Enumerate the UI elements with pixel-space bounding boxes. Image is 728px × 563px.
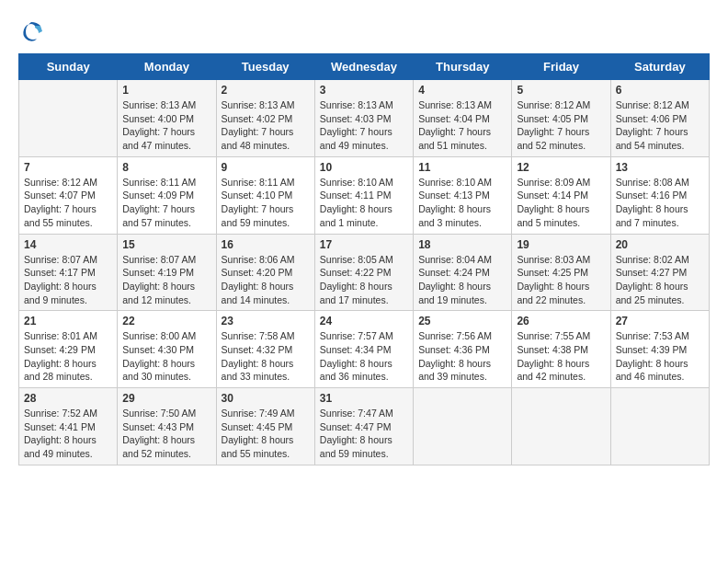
cell-line: and 25 minutes.: [616, 293, 704, 307]
cell-line: and 7 minutes.: [616, 216, 704, 230]
cell-content: Sunrise: 8:12 AMSunset: 4:06 PMDaylight:…: [616, 98, 704, 153]
cell-content: Sunrise: 7:50 AMSunset: 4:43 PMDaylight:…: [122, 407, 210, 461]
cell-line: Sunrise: 7:57 AM: [320, 329, 408, 343]
calendar-week-row: 1Sunrise: 8:13 AMSunset: 4:00 PMDaylight…: [19, 80, 710, 157]
cell-line: Sunrise: 8:13 AM: [418, 98, 506, 112]
calendar-cell: 23Sunrise: 7:58 AMSunset: 4:32 PMDayligh…: [216, 311, 314, 388]
cell-line: and 55 minutes.: [24, 216, 112, 230]
cell-line: and 28 minutes.: [24, 370, 112, 384]
cell-line: and 59 minutes.: [320, 447, 408, 461]
day-number: 8: [122, 161, 210, 174]
cell-content: Sunrise: 7:47 AMSunset: 4:47 PMDaylight:…: [320, 407, 408, 461]
calendar-header: SundayMondayTuesdayWednesdayThursdayFrid…: [19, 54, 710, 80]
day-number: 27: [616, 315, 704, 327]
cell-line: Sunrise: 8:12 AM: [616, 98, 704, 112]
cell-content: Sunrise: 8:11 AMSunset: 4:10 PMDaylight:…: [222, 176, 310, 230]
cell-content: Sunrise: 8:04 AMSunset: 4:24 PMDaylight:…: [418, 253, 506, 307]
cell-line: Sunrise: 8:07 AM: [24, 253, 112, 267]
weekday-header: Friday: [512, 54, 610, 80]
calendar-cell: 26Sunrise: 7:55 AMSunset: 4:38 PMDayligh…: [512, 311, 610, 388]
calendar-table: SundayMondayTuesdayWednesdayThursdayFrid…: [18, 53, 710, 465]
cell-line: Daylight: 8 hours: [320, 202, 408, 216]
cell-line: Sunrise: 8:10 AM: [320, 176, 408, 190]
day-number: 2: [222, 84, 310, 97]
cell-line: Sunset: 4:45 PM: [222, 420, 310, 434]
cell-line: and 12 minutes.: [122, 293, 210, 307]
calendar-cell: 3Sunrise: 8:13 AMSunset: 4:03 PMDaylight…: [314, 80, 413, 157]
cell-content: Sunrise: 7:58 AMSunset: 4:32 PMDaylight:…: [222, 329, 310, 384]
cell-line: and 1 minute.: [320, 216, 408, 230]
cell-content: Sunrise: 7:52 AMSunset: 4:41 PMDaylight:…: [24, 407, 112, 461]
cell-line: Sunrise: 7:53 AM: [616, 329, 704, 343]
cell-line: and 46 minutes.: [616, 370, 704, 384]
calendar-cell: 20Sunrise: 8:02 AMSunset: 4:27 PMDayligh…: [610, 234, 709, 311]
calendar-cell: 16Sunrise: 8:06 AMSunset: 4:20 PMDayligh…: [216, 234, 314, 311]
calendar-cell: [19, 80, 118, 157]
calendar-cell: 14Sunrise: 8:07 AMSunset: 4:17 PMDayligh…: [19, 234, 118, 311]
cell-line: and 47 minutes.: [122, 139, 210, 153]
day-number: 29: [122, 392, 210, 405]
cell-line: Sunset: 4:22 PM: [320, 266, 408, 280]
cell-line: Sunrise: 7:58 AM: [222, 329, 310, 343]
cell-line: Sunrise: 8:09 AM: [517, 176, 605, 190]
cell-line: Daylight: 7 hours: [222, 202, 310, 216]
cell-line: and 14 minutes.: [222, 293, 310, 307]
cell-content: Sunrise: 8:06 AMSunset: 4:20 PMDaylight:…: [222, 253, 310, 307]
cell-content: Sunrise: 8:07 AMSunset: 4:19 PMDaylight:…: [122, 253, 210, 307]
cell-line: Sunset: 4:32 PM: [222, 343, 310, 357]
cell-line: Sunrise: 8:05 AM: [320, 253, 408, 267]
day-number: 22: [122, 315, 210, 327]
day-number: 11: [418, 161, 506, 174]
cell-content: Sunrise: 8:01 AMSunset: 4:29 PMDaylight:…: [24, 329, 112, 384]
calendar-cell: 8Sunrise: 8:11 AMSunset: 4:09 PMDaylight…: [118, 156, 216, 234]
day-number: 31: [320, 392, 408, 405]
cell-line: Daylight: 8 hours: [616, 357, 704, 371]
calendar-week-row: 28Sunrise: 7:52 AMSunset: 4:41 PMDayligh…: [19, 388, 710, 465]
day-number: 24: [320, 315, 408, 327]
calendar-cell: 19Sunrise: 8:03 AMSunset: 4:25 PMDayligh…: [512, 234, 610, 311]
cell-line: Sunset: 4:43 PM: [122, 420, 210, 434]
cell-line: Sunrise: 7:50 AM: [122, 407, 210, 420]
calendar-cell: 7Sunrise: 8:12 AMSunset: 4:07 PMDaylight…: [19, 156, 118, 234]
cell-content: Sunrise: 8:10 AMSunset: 4:11 PMDaylight:…: [320, 176, 408, 230]
calendar-cell: 13Sunrise: 8:08 AMSunset: 4:16 PMDayligh…: [610, 156, 709, 234]
cell-line: and 19 minutes.: [418, 293, 506, 307]
cell-line: Sunset: 4:11 PM: [320, 189, 408, 202]
cell-line: Daylight: 8 hours: [517, 280, 605, 293]
cell-line: Sunrise: 8:11 AM: [122, 176, 210, 190]
day-number: 6: [616, 84, 704, 97]
day-number: 1: [122, 84, 210, 97]
day-number: 3: [320, 84, 408, 97]
cell-line: Sunrise: 8:12 AM: [517, 98, 605, 112]
calendar-week-row: 7Sunrise: 8:12 AMSunset: 4:07 PMDaylight…: [19, 156, 710, 234]
cell-content: Sunrise: 8:02 AMSunset: 4:27 PMDaylight:…: [616, 253, 704, 307]
weekday-header: Tuesday: [216, 54, 314, 80]
cell-line: Sunset: 4:47 PM: [320, 420, 408, 434]
day-number: 10: [320, 161, 408, 174]
cell-line: Sunrise: 8:02 AM: [616, 253, 704, 267]
weekday-header: Saturday: [610, 54, 709, 80]
day-number: 28: [24, 392, 112, 405]
calendar-cell: 21Sunrise: 8:01 AMSunset: 4:29 PMDayligh…: [19, 311, 118, 388]
cell-line: Daylight: 8 hours: [418, 202, 506, 216]
day-number: 23: [222, 315, 310, 327]
calendar-cell: 28Sunrise: 7:52 AMSunset: 4:41 PMDayligh…: [19, 388, 118, 465]
calendar-cell: 29Sunrise: 7:50 AMSunset: 4:43 PMDayligh…: [118, 388, 216, 465]
cell-line: Sunset: 4:17 PM: [24, 266, 112, 280]
calendar-cell: 18Sunrise: 8:04 AMSunset: 4:24 PMDayligh…: [414, 234, 512, 311]
calendar-cell: 11Sunrise: 8:10 AMSunset: 4:13 PMDayligh…: [414, 156, 512, 234]
cell-line: and 49 minutes.: [24, 447, 112, 461]
cell-line: Daylight: 8 hours: [418, 280, 506, 293]
cell-line: Sunrise: 8:06 AM: [222, 253, 310, 267]
weekday-header: Thursday: [414, 54, 512, 80]
day-number: 5: [517, 84, 605, 97]
cell-line: Daylight: 8 hours: [24, 357, 112, 371]
cell-line: Sunrise: 8:10 AM: [418, 176, 506, 190]
logo: [18, 18, 46, 44]
calendar-cell: 25Sunrise: 7:56 AMSunset: 4:36 PMDayligh…: [414, 311, 512, 388]
cell-content: Sunrise: 8:05 AMSunset: 4:22 PMDaylight:…: [320, 253, 408, 307]
cell-line: Sunset: 4:38 PM: [517, 343, 605, 357]
day-number: 20: [616, 238, 704, 251]
cell-line: Sunset: 4:14 PM: [517, 189, 605, 202]
cell-line: Sunset: 4:41 PM: [24, 420, 112, 434]
